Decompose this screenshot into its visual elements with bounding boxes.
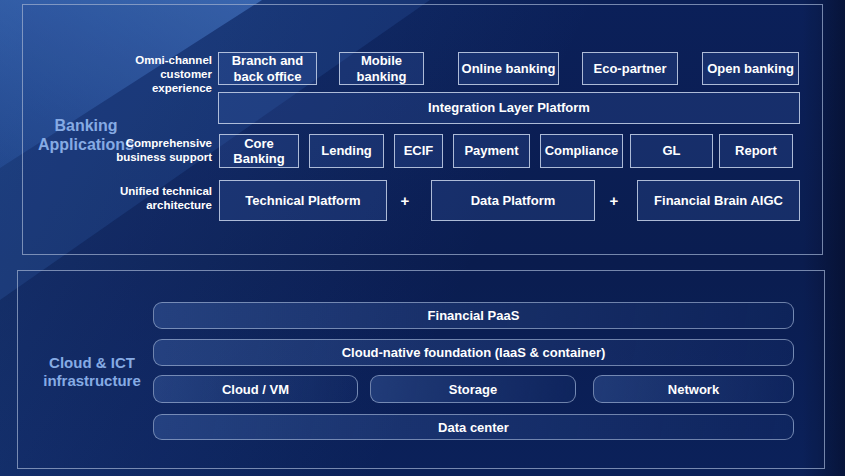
business-support-row-label: Comprehensive business support (100, 136, 212, 164)
channel-box-open-banking: Open banking (702, 52, 799, 85)
omni-channel-row-label: Omni-channel customer experience (100, 53, 212, 95)
channel-box-eco-partner: Eco-partner (582, 52, 678, 85)
integration-layer-platform-box: Integration Layer Platform (218, 92, 800, 124)
plus-sign: + (603, 192, 625, 209)
business-box-gl: GL (630, 134, 713, 168)
business-box-core-banking: Core Banking (219, 134, 299, 168)
data-center-box: Data center (153, 414, 794, 440)
business-box-lending: Lending (309, 134, 384, 168)
channel-box-mobile-banking: Mobile banking (339, 52, 424, 85)
financial-paas-box: Financial PaaS (153, 302, 794, 329)
plus-sign: + (394, 192, 416, 209)
business-box-report: Report (719, 134, 793, 168)
storage-box: Storage (370, 375, 576, 403)
platform-box-financial-brain-aigc: Financial Brain AIGC (637, 180, 800, 221)
network-box: Network (593, 375, 794, 403)
cloud-native-foundation-box: Cloud-native foundation (IaaS & containe… (153, 339, 794, 366)
business-box-payment: Payment (453, 134, 530, 168)
platform-box-technical: Technical Platform (219, 180, 387, 221)
channel-box-online-banking: Online banking (458, 52, 559, 85)
technical-architecture-row-label: Unified technical architecture (100, 184, 212, 212)
architecture-diagram: Banking Applications Omni-channel custom… (0, 0, 845, 476)
cloud-ict-title: Cloud & ICT infrastructure (30, 354, 154, 389)
business-box-compliance: Compliance (540, 134, 623, 168)
business-box-ecif: ECIF (394, 134, 443, 168)
channel-box-branch-back-office: Branch and back office (218, 52, 317, 85)
cloud-vm-box: Cloud / VM (153, 375, 358, 403)
platform-box-data: Data Platform (431, 180, 595, 221)
